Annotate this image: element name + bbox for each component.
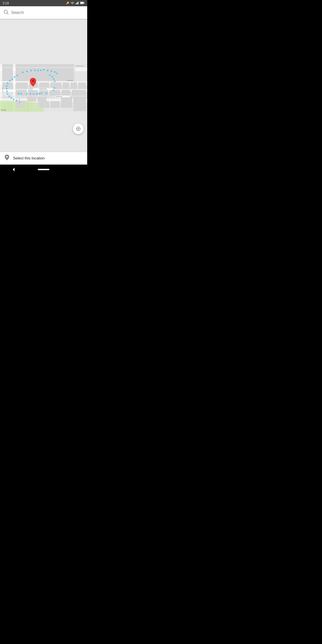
svg-point-72 xyxy=(6,85,8,87)
svg-point-69 xyxy=(12,78,13,80)
svg-rect-22 xyxy=(16,64,74,67)
bottom-bar[interactable]: Select this location xyxy=(0,152,87,164)
svg-point-95 xyxy=(32,80,34,82)
select-location-text: Select this location xyxy=(13,156,45,160)
svg-rect-42 xyxy=(38,96,46,102)
svg-point-77 xyxy=(6,88,8,90)
svg-point-57 xyxy=(26,71,28,72)
svg-point-92 xyxy=(39,93,40,94)
svg-point-62 xyxy=(43,69,45,71)
wifi-icon xyxy=(71,2,74,5)
svg-point-73 xyxy=(49,74,50,76)
svg-point-60 xyxy=(37,70,39,71)
svg-rect-32 xyxy=(16,90,27,96)
svg-rect-36 xyxy=(62,90,70,96)
svg-text:Google: Google xyxy=(1,109,6,111)
key-icon: 🔑 xyxy=(66,2,69,5)
home-pill[interactable] xyxy=(38,169,50,170)
svg-point-82 xyxy=(13,98,14,100)
svg-rect-7 xyxy=(80,2,84,4)
svg-point-89 xyxy=(30,93,31,94)
svg-text:Cypress Ave: Cypress Ave xyxy=(56,96,62,97)
svg-rect-44 xyxy=(50,101,60,108)
location-button[interactable] xyxy=(73,124,84,134)
svg-marker-104 xyxy=(13,168,14,171)
svg-text:Cypress Ct: Cypress Ct xyxy=(19,98,20,103)
svg-point-66 xyxy=(56,73,58,74)
svg-rect-23 xyxy=(16,68,74,81)
svg-point-59 xyxy=(34,70,36,71)
svg-point-84 xyxy=(54,87,55,89)
svg-rect-29 xyxy=(62,82,69,89)
back-button[interactable] xyxy=(10,166,17,173)
svg-point-80 xyxy=(8,96,10,97)
svg-rect-31 xyxy=(78,82,86,89)
svg-rect-46 xyxy=(73,96,86,111)
svg-rect-6 xyxy=(84,2,84,3)
svg-rect-35 xyxy=(49,90,60,96)
svg-point-93 xyxy=(41,92,42,94)
svg-rect-25 xyxy=(16,82,28,89)
svg-rect-4 xyxy=(78,2,79,4)
svg-line-9 xyxy=(7,13,8,14)
svg-point-0 xyxy=(72,4,73,4)
svg-point-91 xyxy=(36,93,38,95)
status-bar: 2:23 🔑 xyxy=(0,0,87,6)
svg-rect-30 xyxy=(70,82,77,89)
svg-point-78 xyxy=(6,90,8,92)
svg-point-56 xyxy=(22,72,24,73)
svg-text:Robinson Ave: Robinson Ave xyxy=(76,65,84,67)
svg-text:Cypress Way: Cypress Way xyxy=(39,88,46,90)
svg-rect-28 xyxy=(50,82,62,89)
svg-rect-40 xyxy=(16,101,25,108)
svg-point-64 xyxy=(51,70,52,72)
map-svg: Robinson Ave Pennsylva... Vermont St Cyp… xyxy=(0,19,87,156)
svg-rect-33 xyxy=(28,90,38,96)
svg-point-68 xyxy=(14,76,16,78)
signal-icon xyxy=(76,2,79,5)
svg-rect-1 xyxy=(76,4,76,4)
svg-point-58 xyxy=(30,70,32,71)
svg-point-103 xyxy=(6,156,8,158)
map-container: Robinson Ave Pennsylva... Vermont St Cyp… xyxy=(0,19,87,156)
search-icon xyxy=(4,10,8,16)
nav-bar xyxy=(0,164,87,174)
svg-point-67 xyxy=(16,75,18,76)
svg-point-94 xyxy=(46,92,47,94)
status-icons: 🔑 xyxy=(66,2,84,5)
location-pin-icon xyxy=(4,155,10,162)
svg-rect-43 xyxy=(39,101,50,108)
svg-point-74 xyxy=(52,76,53,78)
svg-point-90 xyxy=(33,93,34,95)
svg-rect-21 xyxy=(2,68,13,81)
battery-icon xyxy=(80,2,84,5)
svg-point-65 xyxy=(54,71,56,73)
svg-point-79 xyxy=(7,93,8,94)
svg-rect-37 xyxy=(72,90,86,96)
svg-point-87 xyxy=(20,93,22,94)
svg-rect-3 xyxy=(77,2,78,4)
svg-rect-41 xyxy=(28,96,36,102)
search-bar[interactable] xyxy=(0,6,87,19)
svg-text:Pennsylva...: Pennsylva... xyxy=(67,80,74,81)
svg-point-61 xyxy=(40,70,42,71)
svg-point-71 xyxy=(7,82,8,84)
svg-point-85 xyxy=(53,90,54,91)
svg-point-63 xyxy=(47,70,48,71)
svg-point-83 xyxy=(16,100,18,101)
svg-rect-2 xyxy=(76,3,77,4)
svg-text:Vermont St: Vermont St xyxy=(2,87,3,92)
svg-point-70 xyxy=(9,80,11,82)
svg-point-8 xyxy=(4,10,8,14)
svg-point-81 xyxy=(10,97,12,99)
svg-rect-45 xyxy=(61,96,72,108)
svg-point-86 xyxy=(18,93,19,94)
svg-point-88 xyxy=(26,93,28,95)
svg-point-75 xyxy=(53,78,54,80)
svg-point-98 xyxy=(78,128,79,130)
search-input[interactable] xyxy=(11,10,84,15)
svg-point-76 xyxy=(54,80,56,82)
status-time: 2:23 xyxy=(3,1,9,5)
svg-rect-20 xyxy=(2,64,13,67)
